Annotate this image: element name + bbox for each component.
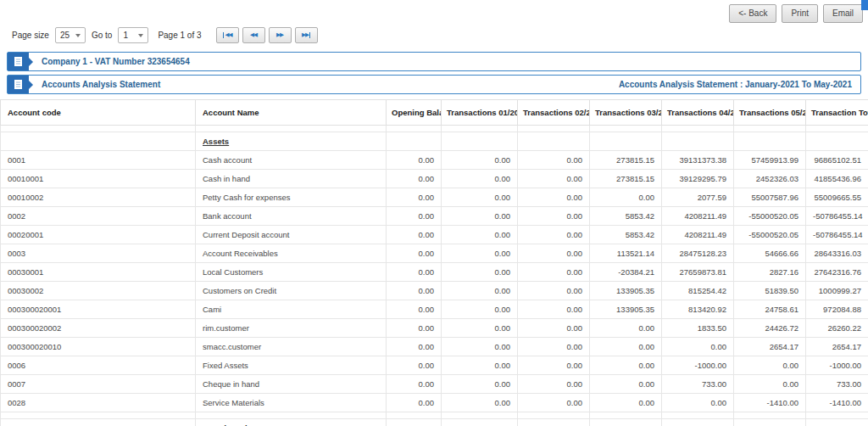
- value-cell: 41855436.96: [806, 170, 868, 188]
- value-cell: 133905.35: [590, 282, 662, 300]
- value-cell: 0.00: [442, 188, 518, 207]
- account-code-cell: 000300020010: [1, 338, 196, 356]
- account-name-cell: Bank account: [196, 207, 387, 226]
- column-header: Transactions 02/2021: [518, 100, 590, 126]
- value-cell: 0.00: [590, 338, 662, 356]
- table-row: 0007Cheque in hand0.000.000.000.00733.00…: [1, 375, 868, 394]
- value-cell: 96865102.51: [806, 151, 868, 170]
- value-cell: 113521.14: [590, 244, 662, 263]
- value-cell: 0.00: [442, 356, 518, 375]
- email-button[interactable]: Email: [823, 4, 863, 23]
- value-cell: -20384.21: [590, 263, 662, 282]
- page-size-select[interactable]: 25: [55, 27, 86, 43]
- spacer-cell: [590, 412, 662, 419]
- value-cell: 51839.50: [734, 282, 806, 300]
- value-cell: 0.00: [442, 419, 518, 426]
- value-cell: 0.00: [442, 263, 518, 282]
- value-cell: -1000.00: [662, 356, 734, 375]
- page-size-label: Page size: [12, 31, 49, 40]
- goto-label: Go to: [92, 31, 112, 40]
- value-cell: 0.00: [662, 338, 734, 356]
- goto-page-select[interactable]: 1: [118, 27, 148, 43]
- value-cell: 144444413.62: [662, 419, 734, 426]
- spacer-cell: [806, 126, 868, 132]
- spacer-cell: [806, 412, 868, 419]
- value-cell: [442, 132, 518, 151]
- value-cell: [590, 132, 662, 151]
- table-row: 0002Bank account0.000.000.005853.4242082…: [1, 207, 868, 226]
- print-button[interactable]: Print: [782, 4, 818, 23]
- last-page-button[interactable]: ▶▶: [295, 27, 318, 43]
- value-cell: 972084.88: [806, 300, 868, 319]
- value-cell: 2077.59: [662, 188, 734, 207]
- account-code-cell: 00030001: [1, 263, 196, 282]
- account-name-cell: Cami: [196, 300, 387, 319]
- value-cell: 0.00: [590, 188, 662, 207]
- pagination-bar: Page size 25 Go to 1 Page 1 of 3 ◀◀ ◀◀ ▶…: [0, 25, 868, 48]
- column-header: Transactions 04/2021: [662, 100, 734, 126]
- value-cell: 0.00: [590, 375, 662, 394]
- value-cell: 0.00: [590, 356, 662, 375]
- value-cell: 4208211.49: [662, 226, 734, 244]
- back-button[interactable]: <- Back: [729, 4, 776, 23]
- value-cell: 39129295.79: [662, 170, 734, 188]
- table-row: 0006Fixed Assets0.000.000.000.00-1000.00…: [1, 356, 868, 375]
- value-cell: 2827.16: [734, 263, 806, 282]
- account-code-cell: [1, 419, 196, 426]
- value-cell: 273815.15: [590, 170, 662, 188]
- value-cell: 733.00: [806, 375, 868, 394]
- value-cell: 28475128.23: [662, 244, 734, 263]
- value-cell: 0.00: [518, 319, 590, 338]
- value-cell: 27659873.81: [662, 263, 734, 282]
- value-cell: 273815.15: [590, 151, 662, 170]
- account-code-cell: 0002: [1, 207, 196, 226]
- accounts-table: Account codeAccount NameOpening BalanceT…: [0, 99, 868, 426]
- spacer-cell: [518, 126, 590, 132]
- prev-page-button[interactable]: ◀◀: [242, 27, 265, 43]
- account-code-cell: 00010001: [1, 170, 196, 188]
- value-cell: 0.00: [518, 207, 590, 226]
- value-cell: 2654.17: [734, 338, 806, 356]
- spacer-row: [1, 412, 868, 419]
- table-row: 00030002Customers on Credit0.000.000.001…: [1, 282, 868, 300]
- value-cell: 0.00: [442, 170, 518, 188]
- table-row: 00030001Local Customers0.000.000.00-2038…: [1, 263, 868, 282]
- value-cell: 0.00: [387, 263, 442, 282]
- value-cell: 150443249.08: [806, 419, 868, 426]
- previous-icon: ◀◀: [250, 32, 257, 38]
- table-row: 0003Account Receivables0.000.000.0011352…: [1, 244, 868, 263]
- value-cell: 55007587.96: [734, 188, 806, 207]
- value-cell: -1410.00: [806, 394, 868, 412]
- value-cell: 920284.76: [590, 419, 662, 426]
- value-cell: 0.00: [518, 375, 590, 394]
- chevron-down-icon: [138, 34, 143, 37]
- value-cell: 27642316.76: [806, 263, 868, 282]
- scrollbar-thumb[interactable]: [861, 0, 868, 10]
- value-cell: [806, 132, 868, 151]
- value-cell: -1410.00: [734, 394, 806, 412]
- value-cell: 0.00: [387, 188, 442, 207]
- statement-banner: Accounts Analysis Statement Accounts Ana…: [7, 75, 861, 94]
- value-cell: 0.00: [387, 319, 442, 338]
- account-name-cell: Current Deposit account: [196, 226, 387, 244]
- value-cell: 26260.22: [806, 319, 868, 338]
- spacer-cell: [387, 412, 442, 419]
- account-name-cell: Petty Cash for expenses: [196, 188, 387, 207]
- value-cell: 0.00: [387, 300, 442, 319]
- value-cell: 0.00: [734, 375, 806, 394]
- table-row: 0001Cash account0.000.000.00273815.15391…: [1, 151, 868, 170]
- document-icon: [8, 76, 29, 93]
- next-page-button[interactable]: ▶▶: [269, 27, 292, 43]
- skip-to-last-icon: ▶▶: [302, 32, 310, 38]
- value-cell: 24426.72: [734, 319, 806, 338]
- value-cell: 0.00: [442, 375, 518, 394]
- table-row: 000300020002rim.customer0.000.000.000.00…: [1, 319, 868, 338]
- column-header: Account Name: [196, 100, 387, 126]
- chevron-down-icon: [75, 34, 81, 37]
- value-cell: 0.00: [662, 394, 734, 412]
- first-page-button[interactable]: ◀◀: [216, 27, 239, 43]
- value-cell: 0.00: [387, 394, 442, 412]
- value-cell: 1000999.27: [806, 282, 868, 300]
- account-name-cell: Customers on Credit: [196, 282, 387, 300]
- value-cell: 0.00: [387, 356, 442, 375]
